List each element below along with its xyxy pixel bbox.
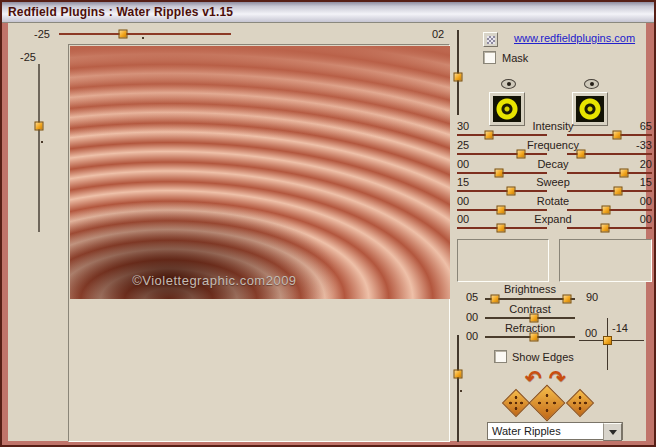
param-left-track[interactable] — [457, 190, 547, 192]
target-rings-icon — [576, 96, 604, 122]
ripple-preview-image[interactable]: ©Violettegraphic.com2009 — [70, 46, 450, 299]
refraction-value: 00 — [466, 330, 478, 342]
param-label: Frequency — [473, 139, 633, 151]
param-left-track[interactable] — [457, 172, 547, 174]
param-left-track[interactable] — [457, 209, 547, 211]
watermark-text: ©Violettegraphic.com2009 — [70, 273, 359, 288]
param-left-track[interactable] — [457, 153, 547, 155]
divider-top-slider-track[interactable] — [457, 30, 459, 115]
param-right-track[interactable] — [567, 190, 652, 192]
preset-dropdown-button[interactable] — [603, 423, 622, 441]
param-right-value: 00 — [620, 213, 652, 225]
contrast-value: 00 — [466, 311, 478, 323]
top-slider-handle[interactable] — [118, 30, 127, 39]
preset-dropdown[interactable]: Water Ripples — [487, 422, 623, 440]
show-edges-checkbox[interactable] — [494, 350, 507, 363]
param-left-value: 30 — [457, 120, 469, 132]
param-right-handle[interactable] — [601, 224, 610, 233]
offset-x-value: 00 — [585, 327, 597, 339]
eye-icon[interactable] — [501, 79, 516, 89]
title-bar[interactable]: Redfield Plugins : Water Ripples v1.15 — [2, 2, 654, 23]
param-right-value: 15 — [620, 176, 652, 188]
param-right-value: 00 — [620, 195, 652, 207]
param-left-track[interactable] — [457, 227, 547, 229]
contrast-track[interactable] — [485, 317, 575, 319]
param-right-value: -33 — [620, 139, 652, 151]
param-right-track[interactable] — [567, 134, 652, 136]
plugin-window: Redfield Plugins : Water Ripples v1.15 -… — [0, 0, 656, 447]
redo-curved-arrow-icon[interactable]: ↷ — [549, 368, 566, 388]
mask-checkbox[interactable] — [483, 51, 496, 64]
param-left-track[interactable] — [457, 134, 547, 136]
param-right-value: 65 — [620, 120, 652, 132]
divider-bottom-slider-track[interactable] — [457, 335, 459, 442]
param-label: Sweep — [473, 176, 633, 188]
left-slider-label: -25 — [20, 51, 36, 63]
offset-y-value: -14 — [612, 322, 628, 334]
mask-label: Mask — [502, 52, 528, 64]
left-slider-tick — [41, 141, 43, 143]
refraction-handle[interactable] — [529, 333, 538, 342]
param-left-value: 00 — [457, 213, 469, 225]
param-left-value: 00 — [457, 195, 469, 207]
eye-icon[interactable] — [584, 79, 599, 89]
pattern-swatch-button[interactable] — [483, 32, 498, 47]
preview-box-right — [559, 239, 652, 282]
param-row-frequency: 25 Frequency -33 — [455, 139, 652, 158]
brightness-right-value: 90 — [586, 291, 598, 303]
param-row-expand: 00 Expand 00 — [455, 213, 652, 232]
param-row-intensity: 30 Intensity 65 — [455, 120, 652, 139]
param-row-decay: 00 Decay 20 — [455, 158, 652, 177]
top-slider-track[interactable] — [59, 33, 231, 35]
preview-pane[interactable]: ©Violettegraphic.com2009 — [68, 44, 450, 442]
param-row-sweep: 15 Sweep 15 — [455, 176, 652, 195]
brightness-left-value: 05 — [466, 291, 478, 303]
left-slider-track[interactable] — [38, 64, 40, 232]
param-left-handle[interactable] — [497, 224, 506, 233]
param-right-track[interactable] — [567, 172, 652, 174]
param-right-track[interactable] — [567, 153, 652, 155]
chevron-down-icon — [609, 430, 617, 435]
left-slider-handle[interactable] — [35, 122, 44, 131]
refraction-track[interactable] — [485, 336, 575, 338]
brightness-track[interactable] — [485, 298, 575, 300]
redfieldplugins-link[interactable]: www.redfieldplugins.com — [514, 32, 635, 44]
show-edges-label: Show Edges — [512, 351, 574, 363]
undo-curved-arrow-icon[interactable]: ↶ — [525, 368, 542, 388]
top-slider-right-label: 02 — [432, 28, 444, 40]
preview-box-left — [457, 239, 549, 282]
param-label: Intensity — [473, 120, 633, 132]
divider-bottom-handle[interactable] — [454, 369, 463, 378]
brightness-label: Brightness — [485, 283, 575, 295]
param-right-track[interactable] — [567, 209, 652, 211]
param-left-value: 15 — [457, 176, 469, 188]
target-rings-icon — [493, 96, 521, 122]
top-slider-tick — [142, 37, 144, 39]
window-title: Redfield Plugins : Water Ripples v1.15 — [8, 5, 233, 19]
param-left-value: 25 — [457, 139, 469, 151]
offset-crosshair-handle[interactable] — [603, 336, 612, 345]
param-right-track[interactable] — [567, 227, 652, 229]
top-slider-left-label: -25 — [34, 28, 50, 40]
preset-dropdown-value: Water Ripples — [492, 425, 561, 437]
param-left-value: 00 — [457, 158, 469, 170]
divider-bottom-tick — [460, 390, 462, 392]
param-row-rotate: 00 Rotate 00 — [455, 195, 652, 214]
divider-top-handle[interactable] — [454, 72, 463, 81]
